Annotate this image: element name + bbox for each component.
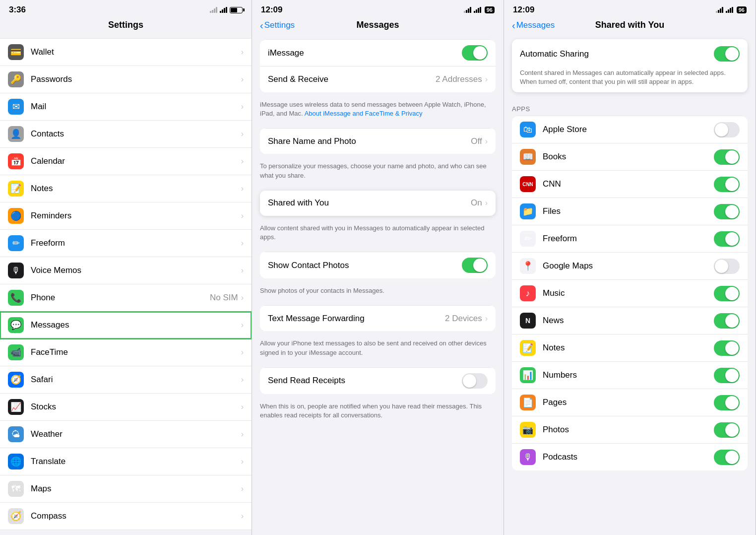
settings-item-safari[interactable]: 🧭Safari› (0, 366, 252, 394)
item-chevron-maps: › (241, 484, 244, 493)
settings-item-reminders[interactable]: 🔵Reminders› (0, 202, 252, 230)
settings-item-phone[interactable]: 📞PhoneNo SIM› (0, 284, 252, 312)
messages-back-label: Settings (264, 20, 295, 30)
app-toggle-freeform[interactable] (714, 231, 740, 247)
panel-shared-with-you: 12:09 96 ‹ Messages Shared with You (504, 0, 756, 535)
settings-item-mail[interactable]: ✉Mail› (0, 93, 252, 121)
app-item-books[interactable]: 📖Books (512, 143, 748, 171)
app-item-news[interactable]: NNews (512, 307, 748, 334)
app-toggle-photos[interactable] (714, 422, 740, 438)
app-item-music[interactable]: ♪Music (512, 280, 748, 307)
app-icon-podcasts: 🎙 (520, 449, 536, 465)
messages-content: iMessage Send & Receive 2 Addresses › iM… (252, 34, 504, 535)
panel-settings: 3:36 Settings 💳Wallet›🔑Passwords›✉Mail›👤… (0, 0, 252, 535)
send-receive-row[interactable]: Send & Receive 2 Addresses › (260, 67, 496, 92)
status-time-3: 12:09 (513, 5, 534, 15)
auto-sharing-toggle[interactable] (714, 46, 740, 62)
shared-back-button[interactable]: ‹ Messages (512, 20, 555, 30)
send-read-toggle[interactable] (462, 373, 488, 389)
app-toggle-applestore[interactable] (714, 122, 740, 137)
item-icon-weather: 🌤 (8, 426, 24, 442)
app-toggle-pages[interactable] (714, 395, 740, 410)
shared-title: Shared with You (595, 20, 664, 30)
settings-item-wallet[interactable]: 💳Wallet› (0, 38, 252, 66)
item-chevron-contacts: › (241, 130, 244, 138)
battery-icon-1 (230, 7, 243, 13)
auto-sharing-section: Automatic Sharing Content shared in Mess… (512, 39, 748, 92)
settings-item-freeform[interactable]: ✏Freeform› (0, 230, 252, 257)
settings-item-calendar[interactable]: 📅Calendar› (0, 148, 252, 175)
app-label-notes: Notes (543, 343, 714, 353)
app-icon-pages: 📄 (520, 395, 536, 410)
app-item-numbers[interactable]: 📊Numbers (512, 362, 748, 389)
settings-item-translate[interactable]: 🌐Translate› (0, 448, 252, 475)
app-item-freeform[interactable]: ✏Freeform (512, 225, 748, 253)
shared-with-you-value: On (471, 198, 482, 208)
settings-item-voicememos[interactable]: 🎙Voice Memos› (0, 257, 252, 284)
app-toggle-cnn[interactable] (714, 177, 740, 192)
item-label-stocks: Stocks (31, 402, 241, 412)
app-toggle-numbers[interactable] (714, 368, 740, 383)
item-label-voicememos: Voice Memos (31, 266, 241, 275)
text-fwd-value: 2 Devices (445, 314, 482, 324)
show-contact-section: Show Contact Photos (260, 252, 496, 278)
app-icon-files: 📁 (520, 203, 536, 219)
text-fwd-row[interactable]: Text Message Forwarding 2 Devices › (260, 305, 496, 331)
share-name-row[interactable]: Share Name and Photo Off › (260, 128, 496, 154)
item-icon-mail: ✉ (8, 99, 24, 115)
item-label-calendar: Calendar (31, 156, 241, 166)
settings-item-notes[interactable]: 📝Notes› (0, 175, 252, 202)
app-toggle-music[interactable] (714, 286, 740, 301)
settings-item-messages[interactable]: 💬Messages› (0, 312, 252, 339)
item-label-compass: Compass (31, 511, 241, 521)
settings-item-facetime[interactable]: 📹FaceTime› (0, 339, 252, 366)
messages-back-button[interactable]: ‹ Settings (260, 20, 295, 30)
app-toggle-podcasts[interactable] (714, 450, 740, 465)
app-toggle-news[interactable] (714, 313, 740, 329)
shared-with-you-row[interactable]: Shared with You On › (260, 190, 496, 216)
back-chevron-3: ‹ (512, 20, 515, 30)
show-contact-toggle[interactable] (462, 258, 488, 273)
auto-sharing-row[interactable]: Automatic Sharing (512, 39, 748, 68)
imessage-link[interactable]: About iMessage and FaceTime & Privacy (305, 110, 423, 117)
settings-item-maps[interactable]: 🗺Maps› (0, 475, 252, 503)
share-name-chevron: › (485, 137, 488, 146)
send-receive-label: Send & Receive (268, 74, 436, 84)
item-icon-phone: 📞 (8, 290, 24, 306)
app-item-cnn[interactable]: CNNCNN (512, 171, 748, 198)
send-read-row[interactable]: Send Read Receipts (260, 367, 496, 394)
app-item-files[interactable]: 📁Files (512, 198, 748, 225)
show-contact-row[interactable]: Show Contact Photos (260, 252, 496, 278)
app-label-files: Files (543, 206, 714, 216)
item-chevron-freeform: › (241, 239, 244, 248)
signal-icon-2 (464, 7, 471, 13)
settings-item-compass[interactable]: 🧭Compass› (0, 503, 252, 530)
status-bar-3: 12:09 96 (504, 0, 756, 17)
item-label-weather: Weather (31, 429, 241, 439)
app-item-photos[interactable]: 📷Photos (512, 416, 748, 444)
imessage-row[interactable]: iMessage (260, 39, 496, 67)
app-item-pages[interactable]: 📄Pages (512, 389, 748, 416)
app-item-applestore[interactable]: 🛍Apple Store (512, 116, 748, 143)
wifi-icon-1 (220, 7, 227, 13)
app-icon-cnn: CNN (520, 176, 536, 192)
item-chevron-mail: › (241, 102, 244, 111)
app-toggle-files[interactable] (714, 204, 740, 219)
item-chevron-translate: › (241, 457, 244, 466)
imessage-toggle[interactable] (462, 45, 488, 61)
app-toggle-notes[interactable] (714, 340, 740, 356)
app-toggle-googlemaps[interactable] (714, 259, 740, 274)
app-item-notes[interactable]: 📝Notes (512, 334, 748, 362)
item-label-reminders: Reminders (31, 211, 241, 221)
app-icon-books: 📖 (520, 149, 536, 165)
settings-item-contacts[interactable]: 👤Contacts› (0, 121, 252, 148)
app-toggle-books[interactable] (714, 149, 740, 165)
item-icon-facetime: 📹 (8, 344, 24, 360)
app-item-googlemaps[interactable]: 📍Google Maps (512, 253, 748, 280)
settings-list[interactable]: 💳Wallet›🔑Passwords›✉Mail›👤Contacts›📅Cale… (0, 34, 252, 535)
settings-item-passwords[interactable]: 🔑Passwords› (0, 66, 252, 93)
settings-item-weather[interactable]: 🌤Weather› (0, 421, 252, 448)
settings-item-stocks[interactable]: 📈Stocks› (0, 394, 252, 421)
app-item-podcasts[interactable]: 🎙Podcasts (512, 444, 748, 470)
settings-nav-header: Settings (0, 17, 252, 34)
